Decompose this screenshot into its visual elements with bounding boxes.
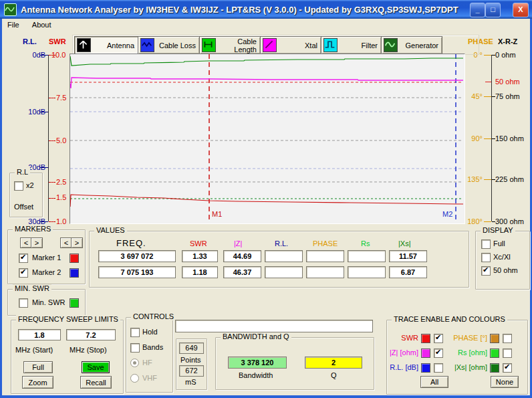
message-input[interactable] — [175, 320, 373, 332]
save-button[interactable]: Save — [82, 361, 110, 373]
antenna-icon — [77, 38, 91, 52]
full-sweep-button[interactable]: Full — [23, 361, 53, 373]
hf-radio[interactable] — [130, 359, 139, 367]
marker2-color-swatch[interactable] — [70, 268, 79, 278]
trace-xs-label: |Xs| [ohm] — [448, 363, 487, 371]
trace-phase-checkbox[interactable] — [503, 334, 512, 343]
chart-svg: M1M2 — [70, 54, 463, 222]
min-swr-checkbox[interactable] — [19, 298, 28, 308]
ohm-tick-50 — [485, 82, 491, 82]
marker1-checkbox[interactable] — [19, 254, 28, 263]
vhf-radio[interactable] — [130, 374, 139, 383]
value-freq-m1: 3 697 072 — [98, 250, 176, 262]
trace-rs-swatch[interactable] — [490, 349, 499, 358]
close-button[interactable]: X — [513, 3, 529, 17]
tab-generator[interactable]: Generator — [381, 36, 442, 54]
menu-about[interactable]: About — [27, 19, 57, 31]
tab-cable-loss[interactable]: Cable Loss — [138, 36, 200, 54]
values-header-xs: |Xs| — [398, 239, 411, 247]
display-title: DISPLAY — [481, 226, 515, 234]
stop-freq-label: MHz (Stop) — [70, 346, 107, 354]
all-traces-button[interactable]: All — [420, 376, 448, 388]
swr-tick-label: 7.5 — [56, 94, 66, 102]
swr-tick-label: 5.0 — [56, 136, 66, 144]
ohm-tick-label: 75 ohm — [495, 92, 520, 100]
rl-tick-label: 10dB — [19, 108, 45, 116]
phase-tick-0 — [484, 55, 491, 56]
trace-phase-swatch[interactable] — [490, 334, 499, 343]
trace-rl-swatch[interactable] — [421, 363, 430, 373]
generator-wave-icon — [384, 38, 398, 52]
swr-tick-label: 2.5 — [56, 178, 66, 186]
value-phase-m1 — [306, 250, 344, 262]
stop-freq-input[interactable] — [66, 329, 116, 340]
value-xs-m2: 6.87 — [389, 266, 427, 278]
trace-xs-swatch[interactable] — [490, 363, 499, 373]
trace-swr-label: SWR — [388, 334, 418, 342]
swr-tick-label: 10.0 — [51, 51, 65, 59]
cable-length-icon — [202, 38, 216, 52]
swr-tick-1 — [49, 221, 55, 222]
trace-rs-checkbox[interactable] — [503, 349, 512, 358]
rl-axis-title: R.L. — [23, 37, 37, 45]
marker2-label: Marker 2 — [32, 268, 61, 276]
tab-label: Xtal — [277, 41, 321, 49]
sweep-panel: FREQUENCY SWEEP LIMITS MHz (Start) MHz (… — [11, 320, 124, 394]
values-panel: VALUES FREQ. SWR |Z| R.L. PHASE Rs |Xs| … — [89, 231, 469, 288]
maximize-button[interactable]: □ — [485, 3, 501, 17]
min-swr-label: Min. SWR — [32, 298, 65, 306]
hold-checkbox[interactable] — [130, 328, 140, 337]
trace-rl-checkbox[interactable] — [434, 363, 443, 373]
marker1-color-swatch[interactable] — [70, 254, 79, 263]
values-header-rs: Rs — [361, 239, 370, 247]
menu-bar: File About — [2, 19, 530, 32]
ohm-tick-label: 225 ohm — [495, 175, 524, 183]
tab-cable-length[interactable]: Cable Length — [199, 36, 261, 54]
x2-checkbox[interactable] — [14, 181, 23, 191]
trace-xs-checkbox[interactable] — [503, 363, 512, 373]
app-window: Antenna Network Analyser by IW3HEV & IW3… — [0, 0, 532, 398]
trace-z-checkbox[interactable] — [434, 349, 443, 358]
min-swr-title: MIN. SWR — [13, 284, 51, 292]
title-bar[interactable]: Antenna Network Analyser by IW3HEV & IW3… — [0, 0, 532, 19]
sweep-title: FREQUENCY SWEEP LIMITS — [16, 315, 120, 323]
ohm-tick-label: 0 ohm — [495, 51, 516, 59]
start-freq-input[interactable] — [18, 329, 61, 340]
zoom-button[interactable]: Zoom — [22, 376, 53, 389]
trace-title: TRACE ENABLE AND COLOURS — [392, 315, 507, 323]
sweep-chart-plot[interactable]: M1M2 — [70, 54, 465, 224]
tab-label: Generator — [398, 41, 442, 49]
trace-phase-label: PHASE [°] — [448, 334, 487, 342]
bands-checkbox[interactable] — [130, 343, 140, 353]
offset-button[interactable]: Offset — [14, 203, 33, 211]
none-traces-button[interactable]: None — [491, 376, 519, 388]
swr-tick-2-5 — [49, 182, 55, 183]
tab-filter[interactable]: Filter — [321, 36, 382, 54]
recall-button[interactable]: Recall — [80, 376, 112, 389]
trace-rl-label: R.L. [dB] — [388, 363, 418, 371]
window-border-left — [0, 19, 2, 396]
min-swr-color-swatch[interactable] — [70, 298, 79, 308]
marker1-next-button[interactable]: > — [31, 237, 43, 248]
value-rs-m1 — [348, 250, 386, 262]
50ohm-checkbox[interactable] — [481, 266, 491, 276]
markers-panel: MARKERS < > < > Marker 1 Marker 2 — [7, 229, 86, 284]
full-checkbox[interactable] — [481, 239, 491, 249]
value-xs-m1: 11.57 — [389, 250, 427, 262]
tab-label: Antenna — [91, 41, 138, 49]
xcxl-checkbox[interactable] — [481, 253, 491, 262]
marker2-next-button[interactable]: > — [71, 237, 83, 248]
points-panel: 649 Points 672 mS — [176, 338, 207, 390]
tab-xtal[interactable]: Xtal — [260, 36, 321, 54]
menu-file[interactable]: File — [2, 19, 25, 31]
trace-swr-swatch[interactable] — [421, 334, 430, 343]
tab-antenna[interactable]: Antenna — [74, 36, 138, 54]
crystal-icon — [263, 38, 277, 52]
trace-z-swatch[interactable] — [421, 349, 430, 358]
trace-swr-checkbox[interactable] — [434, 334, 443, 343]
minimize-button[interactable]: _ — [470, 3, 485, 17]
marker2-checkbox[interactable] — [19, 268, 28, 278]
value-rs-m2 — [348, 266, 386, 278]
tab-label: Filter — [338, 41, 381, 49]
controls-title: CONTROLS — [131, 312, 176, 320]
